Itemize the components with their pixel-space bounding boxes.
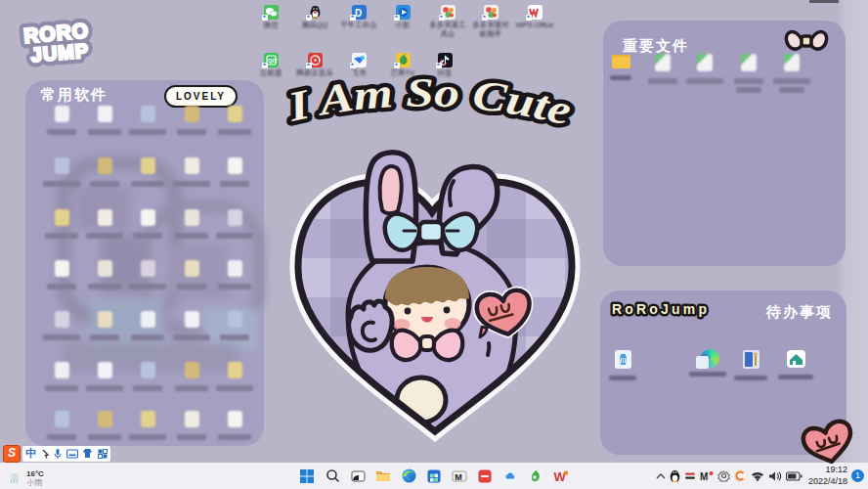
svg-text:D: D [355, 8, 362, 19]
svg-text:M: M [700, 471, 708, 482]
svg-text:JUMP: JUMP [30, 39, 90, 66]
svg-text:QIT: QIT [268, 58, 278, 64]
svg-text:RoRoJump: RoRoJump [612, 301, 710, 317]
svg-text:M: M [455, 471, 462, 481]
